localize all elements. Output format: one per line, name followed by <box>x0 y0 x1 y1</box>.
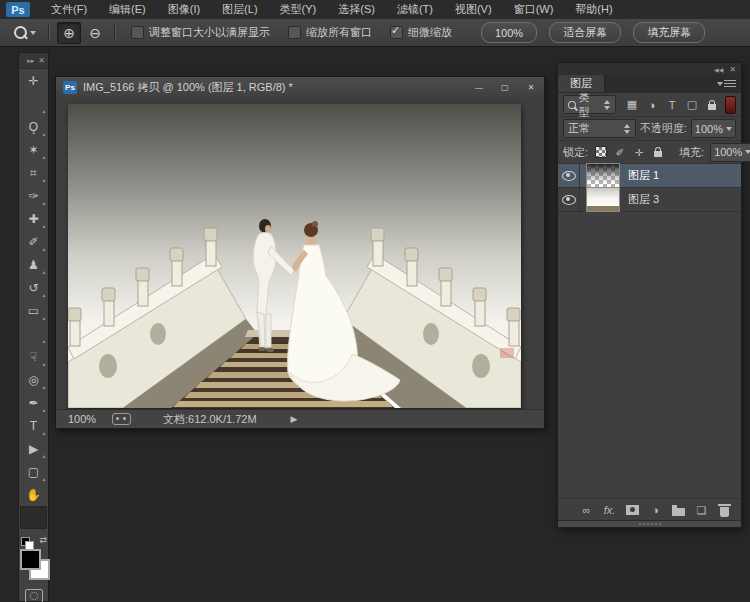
clone-stamp-tool[interactable]: ♟ <box>20 253 47 276</box>
healing-brush-tool[interactable]: ✚ <box>20 207 47 230</box>
tab-layers[interactable]: 图层 <box>558 75 605 92</box>
lock-position-icon[interactable]: ✛ <box>632 145 646 159</box>
gradient-tool[interactable] <box>20 322 47 345</box>
zoom-in-button[interactable]: ⊕ <box>57 22 81 44</box>
panel-menu-icon[interactable] <box>724 80 736 88</box>
path-selection-tool[interactable]: ▶ <box>20 437 47 460</box>
checkbox-label: 调整窗口大小以满屏显示 <box>149 25 270 40</box>
dodge-tool[interactable]: ◎ <box>20 368 47 391</box>
photoshop-app: { "app": { "logo_text": "Ps" }, "menu_ba… <box>0 0 750 602</box>
delete-layer-icon[interactable] <box>718 504 731 517</box>
fill-screen-button[interactable]: 填充屏幕 <box>633 22 705 43</box>
resize-windows-checkbox[interactable]: 调整窗口大小以满屏显示 <box>131 25 270 40</box>
shape-tool[interactable]: ▢ <box>20 460 47 483</box>
layer-thumbnail[interactable] <box>586 163 620 188</box>
close-dock-icon[interactable]: ✕ <box>729 65 736 74</box>
add-layer-mask-icon[interactable] <box>626 504 639 517</box>
new-group-icon[interactable] <box>672 504 685 517</box>
collapse-dock-icon[interactable]: ◀◀ <box>714 66 723 73</box>
menu-item[interactable]: 图像(I) <box>157 0 211 19</box>
minimize-button[interactable]: — <box>466 77 492 98</box>
move-tool[interactable]: ✛ <box>20 69 47 92</box>
magic-wand-tool[interactable]: ✶ <box>20 138 47 161</box>
adjustment-layer-icon[interactable]: ◑ <box>649 504 662 517</box>
close-button[interactable]: ✕ <box>518 77 544 98</box>
quick-mask-button[interactable] <box>25 589 43 602</box>
hand-tool[interactable]: ✋ <box>20 483 47 506</box>
eyedropper-tool[interactable]: ✑ <box>20 184 47 207</box>
zoom-out-button[interactable]: ⊖ <box>83 22 107 44</box>
menu-item[interactable]: 视图(V) <box>444 0 503 19</box>
actual-pixels-button[interactable]: 100% <box>481 22 537 43</box>
menu-item[interactable]: 编辑(E) <box>98 0 157 19</box>
zoom-all-windows-checkbox[interactable]: 缩放所有窗口 <box>288 25 372 40</box>
layer-filter-row: 类型 ▦◑T▢ <box>558 93 741 117</box>
foreground-color-swatch[interactable] <box>20 549 41 570</box>
smudge-tool[interactable]: ☟ <box>20 345 47 368</box>
link-layers-icon[interactable]: ∞ <box>580 504 593 517</box>
type-tool[interactable]: T <box>20 414 47 437</box>
filter-type-dropdown[interactable]: 类型 <box>563 95 616 114</box>
pen-tool[interactable]: ✒ <box>20 391 47 414</box>
maximize-button[interactable]: ▢ <box>492 77 518 98</box>
swap-colors-icon[interactable]: ⇄ <box>39 535 47 545</box>
filter-smart-objects-icon[interactable] <box>704 96 721 113</box>
canvas-image[interactable] <box>68 104 521 408</box>
lasso-tool[interactable]: Ǫ <box>20 115 47 138</box>
fill-dropdown[interactable]: 100% <box>710 143 750 162</box>
scrubby-zoom-checkbox[interactable]: 细微缩放 <box>390 25 452 40</box>
brush-tool[interactable]: ✐ <box>20 230 47 253</box>
menu-item[interactable]: 图层(L) <box>211 0 268 19</box>
checkbox-box <box>131 26 144 39</box>
layer-row-3[interactable]: 图层 3 <box>558 188 741 212</box>
new-layer-icon[interactable]: ❏ <box>695 504 708 517</box>
document-titlebar[interactable]: Ps IMG_5166 拷贝 @ 100% (图层 1, RGB/8) * —▢… <box>56 77 544 99</box>
zoom-tool-icon <box>14 26 27 39</box>
status-options-arrow-icon[interactable]: ▶ <box>291 414 298 424</box>
menu-item[interactable]: 滤镜(T) <box>386 0 444 19</box>
visibility-eye-icon[interactable] <box>558 188 580 211</box>
lock-all-icon[interactable] <box>651 145 665 159</box>
filter-shape-layers-icon[interactable]: ▢ <box>684 96 701 113</box>
visibility-eye-icon[interactable] <box>558 164 580 187</box>
close-panel-icon[interactable]: ✕ <box>38 56 45 65</box>
menu-item[interactable]: 文件(F) <box>40 0 98 19</box>
crop-tool[interactable]: ⌗ <box>20 161 47 184</box>
filter-switch-toggle[interactable] <box>725 96 736 114</box>
document-ps-icon: Ps <box>63 81 77 94</box>
collapse-panel-icon[interactable]: ▸▸ <box>27 57 34 65</box>
menu-item[interactable]: 窗口(W) <box>503 0 565 19</box>
panel-tab-row: 图层 <box>558 75 741 93</box>
layer-thumbnail[interactable] <box>586 187 620 212</box>
tool-preset-picker[interactable] <box>14 26 36 39</box>
menu-item[interactable]: 选择(S) <box>327 0 386 19</box>
opacity-dropdown[interactable]: 100% <box>691 119 736 138</box>
marquee-tool[interactable] <box>20 92 47 115</box>
menu-bar: Ps 文件(F)编辑(E)图像(I)图层(L)类型(Y)选择(S)滤镜(T)视图… <box>0 0 750 20</box>
blend-mode-row: 正常 不透明度: 100% <box>558 117 741 141</box>
menu-item[interactable]: 帮助(H) <box>564 0 623 19</box>
panel-resize-handle[interactable] <box>558 520 741 527</box>
default-colors-icon[interactable] <box>21 537 30 546</box>
document-title: IMG_5166 拷贝 @ 100% (图层 1, RGB/8) * <box>83 80 466 95</box>
eraser-tool[interactable]: ▭ <box>20 299 47 322</box>
checkbox-box <box>288 26 301 39</box>
blend-mode-select[interactable]: 正常 <box>563 119 636 138</box>
zoom-tool[interactable] <box>20 506 47 529</box>
lock-label: 锁定: <box>563 145 588 160</box>
lock-image-pixels-icon[interactable]: ✐ <box>613 145 627 159</box>
zoom-level-field[interactable]: 100% <box>68 413 102 425</box>
document-window: Ps IMG_5166 拷贝 @ 100% (图层 1, RGB/8) * —▢… <box>55 76 545 429</box>
fill-value: 100% <box>714 146 742 158</box>
lock-icon-buttons: ✐✛ <box>594 145 665 159</box>
filter-adjustment-layers-icon[interactable]: ◑ <box>644 96 661 113</box>
fit-screen-button[interactable]: 适合屏幕 <box>549 22 621 43</box>
menu-item[interactable]: 类型(Y) <box>269 0 328 19</box>
layer-style-icon[interactable]: fx. <box>603 504 616 517</box>
lock-transparent-pixels-icon[interactable] <box>594 145 608 159</box>
filter-pixel-layers-icon[interactable]: ▦ <box>624 96 641 113</box>
filter-type-layers-icon[interactable]: T <box>664 96 681 113</box>
menu-items: 文件(F)编辑(E)图像(I)图层(L)类型(Y)选择(S)滤镜(T)视图(V)… <box>40 0 624 19</box>
history-brush-tool[interactable]: ↺ <box>20 276 47 299</box>
layer-row-1[interactable]: 图层 1 <box>558 164 741 188</box>
